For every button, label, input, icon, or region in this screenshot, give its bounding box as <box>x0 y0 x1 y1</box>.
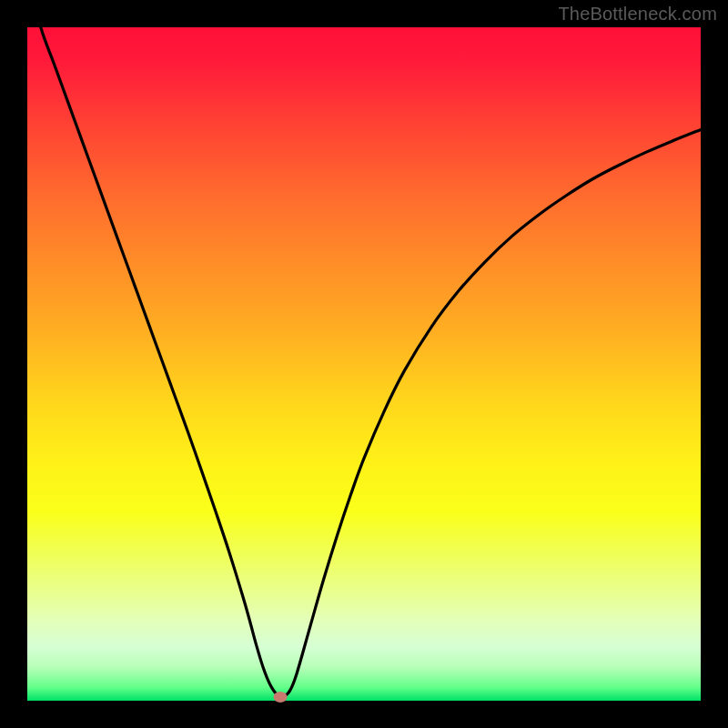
bottleneck-curve <box>27 27 701 701</box>
chart-plot-area <box>27 27 701 701</box>
watermark-text: TheBottleneck.com <box>558 4 717 25</box>
minimum-marker-dot <box>273 692 287 703</box>
